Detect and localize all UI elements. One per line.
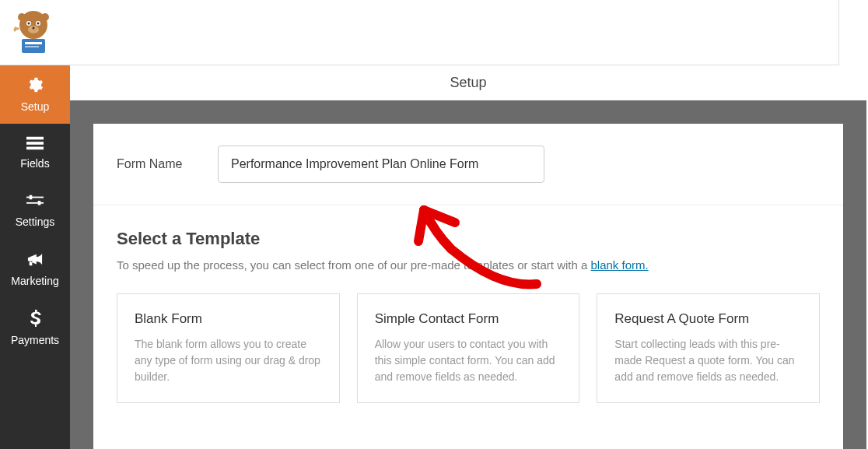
- svg-rect-18: [38, 201, 41, 205]
- template-grid: Blank Form The blank form allows you to …: [117, 293, 820, 403]
- svg-rect-11: [25, 46, 39, 47]
- svg-point-3: [28, 23, 30, 25]
- top-bar: ✕: [0, 0, 868, 65]
- template-subtext: To speed up the process, you can select …: [117, 258, 820, 272]
- svg-rect-17: [26, 202, 44, 204]
- template-card-request-quote[interactable]: Request A Quote Form Start collecting le…: [597, 293, 820, 403]
- sidebar-item-marketing[interactable]: Marketing: [0, 240, 70, 299]
- main-area: Setup Form Name Select a Template To spe…: [70, 65, 866, 449]
- template-card-desc: The blank form allows you to create any …: [135, 336, 322, 385]
- gear-icon: [26, 76, 44, 96]
- sidebar-item-label: Payments: [11, 334, 59, 346]
- template-card-title: Request A Quote Form: [614, 311, 802, 327]
- svg-point-7: [18, 13, 26, 21]
- dollar-icon: [29, 310, 41, 329]
- svg-rect-16: [30, 195, 33, 200]
- blank-form-link[interactable]: blank form.: [590, 258, 648, 272]
- form-name-label: Form Name: [117, 157, 218, 171]
- svg-rect-13: [26, 142, 44, 145]
- template-card-title: Blank Form: [135, 311, 322, 327]
- svg-point-4: [37, 23, 40, 25]
- sidebar-item-label: Settings: [16, 216, 55, 228]
- template-section: Select a Template To speed up the proces…: [93, 205, 843, 403]
- sidebar-item-setup[interactable]: Setup: [0, 65, 70, 124]
- content-wrap: Form Name Select a Template To speed up …: [70, 100, 866, 449]
- template-card-simple-contact[interactable]: Simple Contact Form Allow your users to …: [357, 293, 580, 403]
- sidebar: Setup Fields Settings Marketing Payments: [0, 65, 70, 449]
- svg-rect-14: [26, 147, 44, 150]
- white-panel: Form Name Select a Template To speed up …: [93, 124, 843, 449]
- svg-rect-15: [26, 197, 44, 198]
- form-name-input[interactable]: [218, 146, 544, 183]
- template-card-desc: Allow your users to contact you with thi…: [375, 336, 562, 385]
- megaphone-icon: [26, 252, 44, 270]
- form-name-row: Form Name: [93, 124, 843, 205]
- template-card-blank[interactable]: Blank Form The blank form allows you to …: [117, 293, 340, 403]
- template-card-title: Simple Contact Form: [375, 311, 562, 327]
- sidebar-item-settings[interactable]: Settings: [0, 182, 70, 240]
- svg-point-8: [41, 13, 49, 21]
- app-logo: [9, 6, 58, 54]
- template-subtext-pre: To speed up the process, you can select …: [117, 258, 590, 272]
- sliders-icon: [26, 195, 44, 211]
- template-card-desc: Start collecting leads with this pre-mad…: [614, 336, 802, 385]
- sidebar-item-label: Fields: [20, 157, 49, 170]
- sidebar-item-fields[interactable]: Fields: [0, 124, 70, 182]
- sidebar-item-label: Setup: [21, 100, 50, 113]
- svg-point-6: [33, 27, 35, 30]
- list-icon: [26, 136, 44, 153]
- sidebar-item-label: Marketing: [11, 275, 58, 287]
- template-heading: Select a Template: [117, 229, 820, 249]
- page-title: Setup: [70, 65, 866, 100]
- svg-rect-12: [26, 137, 44, 140]
- sidebar-item-payments[interactable]: Payments: [0, 299, 70, 357]
- svg-rect-10: [25, 42, 42, 44]
